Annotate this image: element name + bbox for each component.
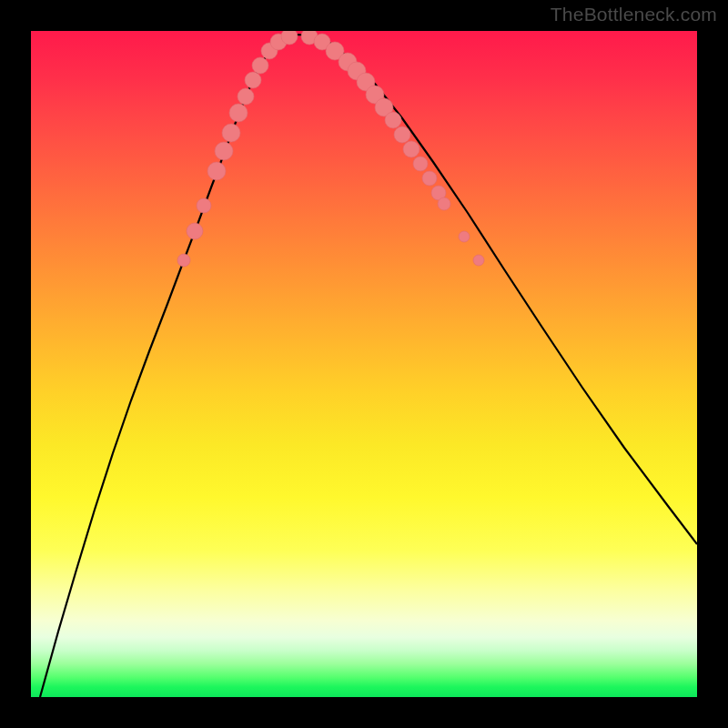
data-marker bbox=[229, 104, 248, 122]
data-marker bbox=[245, 72, 261, 88]
data-marker bbox=[252, 57, 268, 74]
data-marker bbox=[281, 31, 298, 45]
data-marker bbox=[413, 157, 428, 171]
data-marker bbox=[385, 112, 401, 128]
data-marker bbox=[459, 231, 470, 242]
data-marker bbox=[403, 141, 420, 157]
data-marker bbox=[197, 198, 211, 213]
data-marker bbox=[238, 88, 254, 105]
data-marker bbox=[473, 255, 484, 266]
data-marker bbox=[438, 197, 450, 210]
data-marker bbox=[222, 124, 240, 142]
plot-area bbox=[31, 31, 697, 697]
watermark-text: TheBottleneck.com bbox=[551, 4, 717, 25]
data-marker bbox=[177, 254, 190, 267]
data-marker bbox=[394, 126, 410, 143]
marker-group bbox=[177, 31, 484, 267]
data-marker bbox=[422, 171, 437, 186]
chart-svg bbox=[31, 31, 697, 697]
data-marker bbox=[187, 223, 203, 239]
bottleneck-curve bbox=[40, 35, 697, 697]
data-marker bbox=[215, 142, 233, 160]
chart-frame: TheBottleneck.com bbox=[0, 0, 728, 728]
data-marker bbox=[207, 162, 226, 180]
